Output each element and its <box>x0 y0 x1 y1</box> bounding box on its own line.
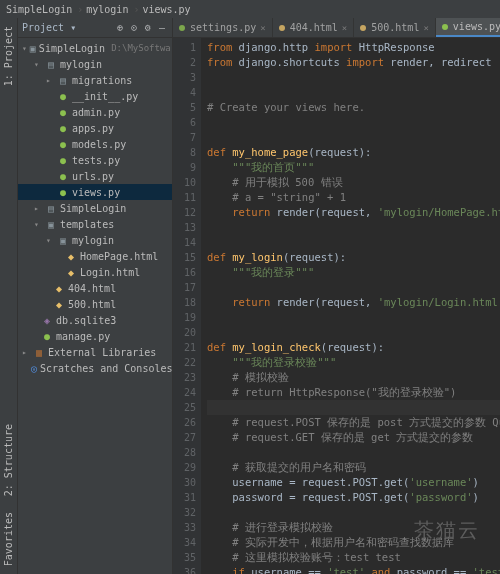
gutter-tab-structure[interactable]: 2: Structure <box>1 416 16 504</box>
gutter-tab-project[interactable]: 1: Project <box>1 18 16 94</box>
editor-tab[interactable]: 500.html× <box>354 18 436 37</box>
project-tree: ▾▣SimpleLogin D:\MySoftware\Project ▾▤my… <box>18 38 172 574</box>
editor-tab[interactable]: 404.html× <box>273 18 355 37</box>
chevron-down-icon[interactable]: ▾ <box>70 22 76 33</box>
file-type-icon <box>360 25 366 31</box>
tab-label: 404.html <box>290 22 338 33</box>
target-icon[interactable]: ⊙ <box>128 22 140 34</box>
tree-external-libs[interactable]: ▸▥External Libraries <box>18 344 172 360</box>
close-icon[interactable]: × <box>260 23 265 33</box>
editor-body[interactable]: 1234567891011121314151617181920212223242… <box>173 38 500 574</box>
tree-file-login[interactable]: ◆Login.html <box>18 264 172 280</box>
file-type-icon <box>279 25 285 31</box>
tab-label: 500.html <box>371 22 419 33</box>
left-gutter: 1: Project 2: Structure Favorites <box>0 18 18 574</box>
gutter-tab-favorites[interactable]: Favorites <box>1 504 16 574</box>
tree-folder-mylogin-tpl[interactable]: ▾▣mylogin <box>18 232 172 248</box>
tree-file-db[interactable]: ◈db.sqlite3 <box>18 312 172 328</box>
project-panel-header: Project ▾ ⊕ ⊙ ⚙ — <box>18 18 172 38</box>
tree-file-urls[interactable]: ●urls.py <box>18 168 172 184</box>
editor-area: settings.py×404.html×500.html×views.py×L… <box>173 18 500 574</box>
tree-scratches[interactable]: ◎Scratches and Consoles <box>18 360 172 376</box>
hide-icon[interactable]: — <box>156 22 168 34</box>
breadcrumb-root[interactable]: SimpleLogin <box>6 4 72 15</box>
editor-tab[interactable]: views.py× <box>436 18 500 37</box>
tab-label: settings.py <box>190 22 256 33</box>
tree-file-500[interactable]: ◆500.html <box>18 296 172 312</box>
gear-icon[interactable]: ⚙ <box>142 22 154 34</box>
tree-folder-mylogin[interactable]: ▾▤mylogin <box>18 56 172 72</box>
tree-file-views[interactable]: ●views.py <box>18 184 172 200</box>
tree-file-404[interactable]: ◆404.html <box>18 280 172 296</box>
tab-label: views.py <box>453 21 500 32</box>
tree-file-models[interactable]: ●models.py <box>18 136 172 152</box>
project-panel: Project ▾ ⊕ ⊙ ⚙ — ▾▣SimpleLogin D:\MySof… <box>18 18 173 574</box>
tree-file-init[interactable]: ●__init__.py <box>18 88 172 104</box>
tree-folder-migrations[interactable]: ▸▤migrations <box>18 72 172 88</box>
file-type-icon <box>442 24 448 30</box>
breadcrumb-sep: › <box>77 4 83 15</box>
tree-file-homepage[interactable]: ◆HomePage.html <box>18 248 172 264</box>
breadcrumb: SimpleLogin › mylogin › views.py <box>0 0 500 18</box>
breadcrumb-pkg[interactable]: mylogin <box>86 4 128 15</box>
tree-root[interactable]: ▾▣SimpleLogin D:\MySoftware\Project <box>18 40 172 56</box>
tree-file-admin[interactable]: ●admin.py <box>18 104 172 120</box>
tree-file-tests[interactable]: ●tests.py <box>18 152 172 168</box>
collapse-icon[interactable]: ⊕ <box>114 22 126 34</box>
code-content[interactable]: from django.http import HttpResponsefrom… <box>201 38 500 574</box>
breadcrumb-sep: › <box>133 4 139 15</box>
breadcrumb-file[interactable]: views.py <box>142 4 190 15</box>
line-number-gutter: 1234567891011121314151617181920212223242… <box>173 38 201 574</box>
file-type-icon <box>179 25 185 31</box>
tree-folder-simplelogin[interactable]: ▸▤SimpleLogin <box>18 200 172 216</box>
tree-file-apps[interactable]: ●apps.py <box>18 120 172 136</box>
editor-tab-bar: settings.py×404.html×500.html×views.py×L… <box>173 18 500 38</box>
tree-folder-templates[interactable]: ▾▣templates <box>18 216 172 232</box>
close-icon[interactable]: × <box>342 23 347 33</box>
project-panel-title: Project <box>22 22 64 33</box>
tree-file-manage[interactable]: ●manage.py <box>18 328 172 344</box>
close-icon[interactable]: × <box>423 23 428 33</box>
editor-tab[interactable]: settings.py× <box>173 18 273 37</box>
